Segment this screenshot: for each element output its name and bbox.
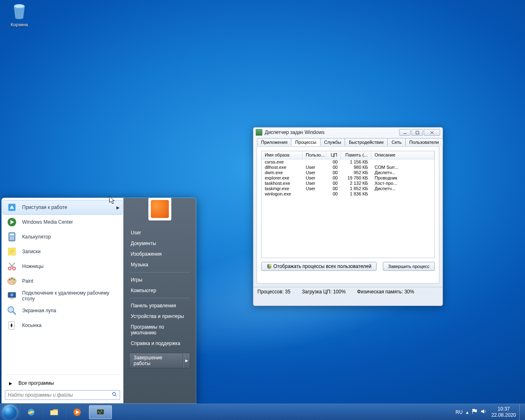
wmc-icon [5,216,18,228]
table-row[interactable]: dllhost.exeUser00980 КБCOM Surr... [261,165,434,170]
recycle-bin-label: Корзина [11,22,28,27]
tab-performance[interactable]: Быстродействие [345,138,388,146]
taskbar-ie[interactable] [20,404,43,420]
show-all-users-button[interactable]: Отображать процессы всех пользователей [261,262,377,271]
end-process-button[interactable]: Завершить процесс [383,262,435,271]
col-memory[interactable]: Память (... [341,151,371,159]
table-row[interactable]: taskmgr.exeUser001 852 КБДиспетч... [261,186,434,191]
tab-users[interactable]: Пользователи [405,138,443,146]
tab-networking[interactable]: Сеть [387,138,405,146]
ritem-controlpanel[interactable]: Панель управления [129,300,190,311]
tray-time: 10:37 [491,406,516,412]
start-menu-right: User Документы Изображения Музыка Игры К… [123,198,196,403]
tray-flag-icon[interactable] [470,409,479,415]
col-cpu[interactable]: ЦП [326,151,341,159]
user-avatar[interactable] [148,198,171,220]
process-table[interactable]: Имя образа Пользо... ЦП Память (... Опис… [261,151,435,258]
close-button[interactable] [424,129,440,136]
search-box [5,390,120,400]
shield-icon [266,263,272,269]
tray-lang[interactable]: RU [454,409,464,415]
ritem-music[interactable]: Музыка [129,259,190,270]
svg-rect-29 [11,298,14,299]
ritem-computer[interactable]: Компьютер [129,285,190,296]
start-menu-left: Приступая к работе▶Windows Media CenterК… [2,198,123,403]
shutdown-button[interactable]: Завершение работы [129,353,183,368]
svg-point-27 [14,282,15,284]
table-row[interactable]: explorer.exeUser0019 780 КБПроводник [261,175,434,181]
notes-icon [5,246,18,257]
start-menu[interactable]: Приступая к работе▶Windows Media CenterК… [1,198,196,404]
table-row[interactable]: csrss.exe001 156 КБ [261,159,434,165]
ritem-devices[interactable]: Устройства и принтеры [129,311,190,322]
search-icon[interactable] [112,392,118,399]
col-description[interactable]: Описание [371,151,434,159]
start-button[interactable] [0,404,20,420]
svg-point-12 [10,238,11,240]
tab-services[interactable]: Службы [320,138,345,146]
table-row[interactable]: winlogon.exe001 836 КБ [261,191,434,197]
col-image[interactable]: Имя образа [261,151,302,159]
search-input[interactable] [5,390,120,400]
svg-rect-40 [99,414,102,415]
snip-icon [5,261,18,272]
ritem-documents[interactable]: Документы [129,238,190,249]
svg-point-24 [9,279,11,281]
ritem-pictures[interactable]: Изображения [129,249,190,259]
start-item-6[interactable]: Подключение к удаленному рабочему столу [2,288,123,303]
shutdown-options-button[interactable]: ▶ [183,353,190,368]
taskbar-taskmgr[interactable] [89,405,112,419]
svg-line-35 [115,395,117,397]
tray-expand-icon[interactable]: ▴ [464,409,470,415]
taskmgr-icon [95,407,105,417]
tab-processes[interactable]: Процессы [291,138,320,146]
user-name[interactable]: User [129,227,190,238]
start-item-3[interactable]: Записки [2,244,123,259]
rdp-icon [5,290,18,302]
triangle-icon: ▶ [9,381,12,386]
svg-point-30 [11,293,14,296]
submenu-arrow-icon: ▶ [116,205,120,210]
taskbar-explorer[interactable] [43,404,66,420]
svg-line-32 [13,312,16,315]
ritem-defaultprog[interactable]: Программы по умолчанию [129,322,190,338]
maximize-button[interactable] [411,129,423,136]
status-cpu: Загрузка ЦП: 100% [302,289,346,295]
start-item-1[interactable]: Windows Media Center [2,215,123,229]
ritem-games[interactable]: Игры [129,275,190,285]
svg-point-11 [13,237,14,238]
svg-rect-8 [10,234,14,235]
status-processes: Процессов: 35 [257,289,291,295]
start-icon [5,202,18,213]
ritem-help[interactable]: Справка и поддержка [129,338,190,349]
task-manager-window[interactable]: Диспетчер задач Windows Файл Параметры В… [253,127,443,306]
start-item-5[interactable]: Paint [2,274,123,288]
calc-icon [5,231,18,243]
taskbar-wmp[interactable] [66,404,89,420]
status-bar: Процессов: 35 Загрузка ЦП: 100% Физическ… [253,287,443,296]
start-item-8[interactable]: Косынка [2,318,123,333]
show-desktop-button[interactable] [519,404,523,420]
start-item-4[interactable]: Ножницы [2,259,123,274]
recycle-bin[interactable]: Корзина [5,2,34,27]
start-item-0[interactable]: Приступая к работе▶ [2,200,123,215]
col-user[interactable]: Пользо... [302,151,326,159]
table-row[interactable]: taskhost.exeUser002 132 КБХост-про... [261,181,434,186]
tab-applications[interactable]: Приложения [257,138,291,146]
svg-point-31 [8,306,14,312]
table-row[interactable]: dwm.exeUser00952 КБДиспетч... [261,170,434,175]
start-item-7[interactable]: Экранная лупа [2,303,123,318]
all-programs[interactable]: ▶ Все программы [2,376,123,390]
window-title: Диспетчер задач Windows [265,129,399,135]
table-header: Имя образа Пользо... ЦП Память (... Опис… [261,151,434,159]
taskbar[interactable]: RU ▴ 10:37 22.08.2020 [0,404,525,420]
minimize-button[interactable] [399,129,411,136]
title-bar[interactable]: Диспетчер задач Windows [253,127,443,137]
svg-marker-41 [481,409,484,413]
tray-date: 22.08.2020 [491,412,516,418]
tray-clock[interactable]: 10:37 22.08.2020 [488,406,519,418]
start-item-2[interactable]: Калькулятор [2,229,123,244]
separator [6,375,119,375]
svg-point-9 [10,237,11,238]
tray-volume-icon[interactable] [479,409,488,415]
